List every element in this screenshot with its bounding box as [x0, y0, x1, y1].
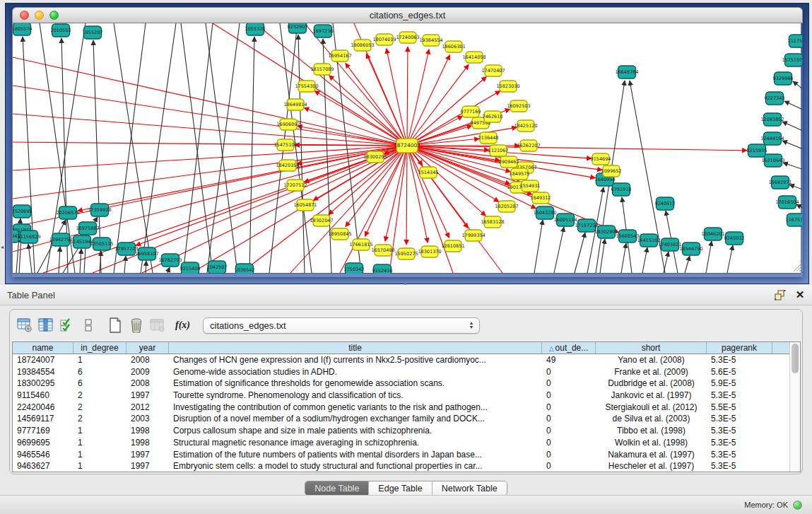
- row-height-icon[interactable]: [79, 316, 98, 334]
- graph-node-yellow[interactable]: 1514345: [418, 167, 439, 178]
- graph-node-yellow[interactable]: 19384554: [419, 35, 442, 46]
- graph-node-teal[interactable]: 2010553: [51, 24, 71, 37]
- graph-node-teal[interactable]: 9215404: [180, 262, 201, 274]
- network-window-titlebar[interactable]: citations_edges.txt: [12, 7, 803, 23]
- scrollbar-thumb[interactable]: [792, 344, 799, 373]
- graph-node-yellow[interactable]: 18074019: [372, 34, 396, 45]
- graph-node-teal[interactable]: 1750342: [344, 263, 365, 274]
- graph-node-yellow[interactable]: 1849575: [510, 168, 530, 180]
- graph-node-teal[interactable]: 8215955: [747, 144, 767, 157]
- graph-node-teal[interactable]: 11156829: [17, 230, 40, 243]
- graph-node-yellow[interactable]: 17999354: [461, 230, 485, 241]
- graph-node-yellow[interactable]: 1649312: [531, 192, 551, 204]
- graph-node-teal[interactable]: 15692971: [768, 176, 792, 189]
- import-table-icon[interactable]: [148, 316, 167, 334]
- graph-node-yellow[interactable]: 15950275: [394, 248, 418, 259]
- graph-node-teal[interactable]: 12093852: [760, 113, 784, 126]
- graph-node-yellow[interactable]: 16414058: [462, 52, 486, 63]
- graph-node-yellow[interactable]: 18606301: [442, 41, 465, 52]
- graph-node-yellow[interactable]: 18157089: [310, 64, 334, 75]
- graph-node-teal[interactable]: 16648784: [615, 66, 638, 78]
- graph-node-teal[interactable]: 1055328: [245, 23, 266, 35]
- panel-collapse-arrow-icon[interactable]: ◂: [1, 244, 4, 250]
- graph-node-yellow[interactable]: 18425120: [514, 120, 537, 132]
- graph-node-yellow[interactable]: 16054871: [293, 199, 317, 211]
- graph-node-teal[interactable]: 1042507: [207, 261, 228, 274]
- table-settings-icon[interactable]: [16, 316, 34, 334]
- graph-node-yellow[interactable]: 17661815: [349, 239, 372, 250]
- graph-node-yellow[interactable]: 17470407: [481, 65, 505, 76]
- graph-node-teal[interactable]: 13942757: [49, 233, 72, 246]
- graph-node-teal[interactable]: 8232907: [288, 23, 308, 33]
- graph-node-teal[interactable]: 9245012: [724, 232, 745, 245]
- graph-node-teal[interactable]: 15751074: [782, 54, 802, 66]
- graph-node-yellow[interactable]: 1554931: [520, 180, 541, 192]
- graph-node-teal[interactable]: 1836542: [235, 264, 255, 274]
- tab-network-table[interactable]: Network Table: [433, 481, 507, 495]
- graph-node-yellow[interactable]: 16954167: [328, 50, 351, 62]
- graph-node-yellow[interactable]: 16583128: [481, 216, 504, 228]
- graph-node-teal[interactable]: 9227343: [765, 92, 785, 105]
- memory-status-indicator[interactable]: [793, 501, 802, 510]
- graph-node-teal[interactable]: 13505115: [90, 238, 113, 250]
- table-selector-combobox[interactable]: citations_edges.txt ▲▼: [203, 317, 480, 334]
- graph-node-yellow[interactable]: 19086053: [351, 40, 374, 51]
- graph-node-yellow[interactable]: 9154694: [591, 153, 611, 165]
- table-row[interactable]: 911546021997Tourette syndrome. Phenomeno…: [13, 390, 789, 402]
- canvas-resize-grip[interactable]: [794, 264, 801, 271]
- graph-node-yellow[interactable]: 17554300: [295, 81, 318, 92]
- graph-node-yellow[interactable]: 8909462: [499, 156, 519, 168]
- graph-node-yellow[interactable]: 18205287: [495, 201, 518, 212]
- graph-node-yellow[interactable]: 16906092: [276, 119, 300, 130]
- graph-node-yellow[interactable]: 15823030: [496, 81, 519, 92]
- graph-node-yellow[interactable]: 17240063: [396, 32, 419, 43]
- graph-node-teal[interactable]: 20206576: [56, 206, 79, 219]
- graph-node-teal[interactable]: 1855287: [83, 26, 103, 39]
- graph-node-teal[interactable]: 16415102: [637, 234, 660, 247]
- tab-edge-table[interactable]: Edge Table: [369, 481, 432, 495]
- graph-node-teal[interactable]: 17016504: [775, 196, 799, 209]
- graph-node-teal[interactable]: 16210643: [761, 154, 784, 167]
- table-vertical-scrollbar[interactable]: [789, 342, 800, 472]
- graph-node-teal[interactable]: 12444154: [760, 132, 784, 145]
- graph-node-yellow[interactable]: 18724007: [394, 139, 420, 153]
- graph-node-teal[interactable]: 18544750: [679, 243, 702, 255]
- column-header-indegree[interactable]: in_degree: [73, 342, 126, 354]
- graph-node-teal[interactable]: 10046201: [701, 228, 724, 240]
- table-row[interactable]: 1830029562008Estimation of significance …: [13, 378, 789, 390]
- table-row[interactable]: 1872400712008Changes of HCN gene express…: [13, 354, 789, 366]
- graph-node-yellow[interactable]: 16092503: [507, 100, 530, 112]
- graph-node-yellow[interactable]: 17207512: [283, 180, 307, 191]
- table-row[interactable]: 977716911998Corpus callosum shape and si…: [13, 425, 789, 437]
- column-header-name[interactable]: name: [13, 342, 73, 354]
- select-all-icon[interactable]: [58, 316, 76, 334]
- column-header-year[interactable]: year: [126, 342, 169, 354]
- graph-node-teal[interactable]: 9152416: [372, 264, 393, 274]
- table-row[interactable]: 1456911722003Disruption of a novel membe…: [13, 413, 789, 425]
- graph-node-yellow[interactable]: 18950845: [328, 228, 351, 240]
- graph-node-teal[interactable]: 18302905: [594, 226, 618, 238]
- graph-node-yellow[interactable]: 18649814: [283, 99, 307, 110]
- graph-node-yellow[interactable]: 16570498: [371, 245, 394, 256]
- delete-table-icon[interactable]: [127, 316, 146, 334]
- table-row[interactable]: 969969511998Structural magnetic resonanc…: [13, 437, 789, 449]
- graph-node-yellow[interactable]: 15475102: [273, 139, 297, 151]
- graph-node-teal[interactable]: 1805574: [13, 23, 32, 35]
- graph-node-teal[interactable]: 6791910: [611, 183, 632, 196]
- table-row[interactable]: 946362711997Embryonic stem cells: a mode…: [13, 460, 789, 472]
- graph-node-teal[interactable]: 16005114: [553, 214, 577, 226]
- graph-node-teal[interactable]: 1167531: [786, 214, 802, 226]
- tab-node-table[interactable]: Node Table: [305, 481, 369, 495]
- graph-node-teal[interactable]: 9240512: [655, 197, 676, 210]
- table-row[interactable]: 2242004622012Investigating the contribut…: [13, 402, 789, 414]
- graph-node-teal[interactable]: 15608543: [616, 230, 639, 243]
- column-header-pagerank[interactable]: pagerank: [707, 342, 772, 354]
- graph-node-yellow[interactable]: 12610651: [441, 240, 464, 252]
- graph-node-yellow[interactable]: 18301370: [418, 246, 441, 257]
- column-header-title[interactable]: title: [169, 342, 542, 354]
- column-header-short[interactable]: short: [596, 342, 707, 354]
- graph-node-teal[interactable]: 16958107: [135, 247, 158, 260]
- graph-node-teal[interactable]: 17403821: [658, 238, 681, 251]
- column-header-outde[interactable]: △out_de...: [542, 342, 596, 354]
- table-row[interactable]: 946554611997Estimation of the future num…: [13, 449, 789, 461]
